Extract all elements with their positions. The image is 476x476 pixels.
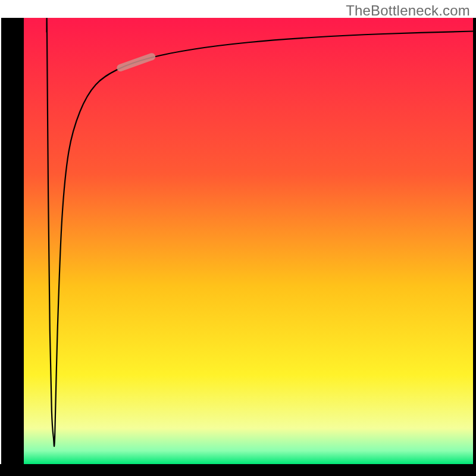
chart-svg	[0, 0, 476, 476]
watermark-text: TheBottleneck.com	[346, 2, 470, 19]
chart-stage: TheBottleneck.com	[0, 0, 476, 476]
plot-area	[0, 17, 476, 476]
gradient-background	[24, 18, 473, 464]
